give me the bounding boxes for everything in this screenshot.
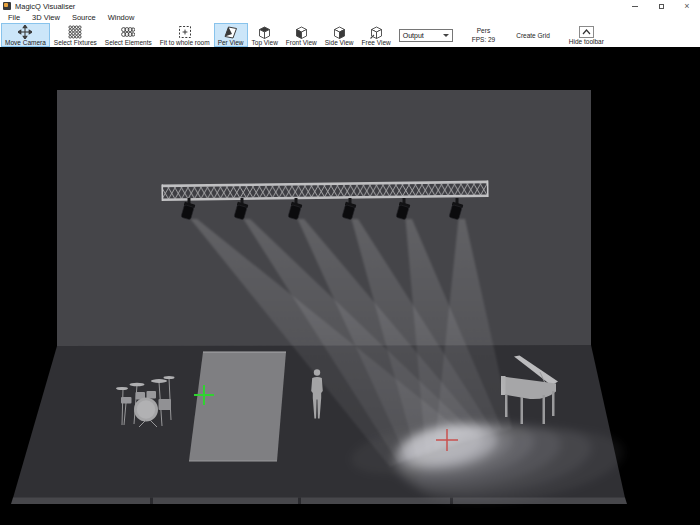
projection-mode-label: Pers [477, 26, 490, 35]
create-grid-button[interactable]: Create Grid [510, 32, 556, 39]
toolbar-button-label: Front View [286, 39, 317, 47]
hide-toolbar-label: Hide toolbar [569, 38, 604, 46]
toolbar-button-label: Select Fixtures [54, 39, 97, 47]
menu-3d-view[interactable]: 3D View [26, 12, 66, 23]
select-fixtures-icon [68, 25, 82, 39]
minimize-icon [632, 6, 638, 7]
close-icon: × [684, 2, 689, 11]
menu-source[interactable]: Source [66, 12, 102, 23]
menu-window[interactable]: Window [102, 12, 141, 23]
window-controls: × [622, 0, 700, 12]
stage-edge-gap [150, 498, 153, 505]
stage-edge-gap [298, 498, 301, 505]
stage-riser-mat[interactable] [189, 352, 286, 461]
top-view-cube-icon [257, 25, 272, 39]
free-view-cube-icon [369, 25, 384, 39]
output-select-value: Output [403, 32, 424, 39]
front-view-cube-icon [294, 25, 309, 39]
toolbar: Move Camera Select Fixtures Select E [0, 23, 700, 47]
stage-scene [0, 47, 700, 525]
per-view-button[interactable]: Per View [214, 23, 248, 47]
move-camera-button[interactable]: Move Camera [1, 23, 50, 47]
fit-to-whole-room-button[interactable]: Fit to whole room [156, 23, 214, 47]
toolbar-button-label: Per View [218, 39, 244, 47]
app-logo-icon [3, 2, 11, 10]
toolbar-button-label: Fit to whole room [160, 39, 210, 47]
hide-toolbar-button[interactable]: Hide toolbar [565, 25, 608, 46]
fps-value: FPS: 29 [472, 35, 495, 44]
select-elements-button[interactable]: Select Elements [101, 23, 156, 47]
toolbar-button-label: Side View [325, 39, 354, 47]
3d-viewport[interactable] [0, 47, 700, 525]
toolbar-button-label: Top View [252, 39, 278, 47]
minimize-button[interactable] [622, 0, 648, 12]
top-view-button[interactable]: Top View [248, 23, 282, 47]
move-camera-icon [18, 25, 32, 39]
select-fixtures-button[interactable]: Select Fixtures [50, 23, 101, 47]
side-view-button[interactable]: Side View [321, 23, 358, 47]
maximize-button[interactable] [648, 0, 674, 12]
free-view-button[interactable]: Free View [358, 23, 395, 47]
perspective-view-icon [223, 25, 238, 39]
window-title: MagicQ Visualiser [15, 2, 75, 11]
select-elements-icon [121, 25, 135, 39]
menu-bar: File 3D View Source Window [0, 12, 700, 23]
toolbar-button-label: Move Camera [5, 39, 46, 47]
maximize-icon [659, 4, 664, 9]
output-select[interactable]: Output [399, 29, 453, 42]
fps-readout: Pers FPS: 29 [466, 26, 501, 44]
chevron-down-icon [443, 34, 449, 37]
close-button[interactable]: × [674, 0, 700, 12]
toolbar-button-label: Select Elements [105, 39, 152, 47]
fit-to-room-icon [178, 25, 192, 39]
menu-file[interactable]: File [2, 12, 26, 23]
side-view-cube-icon [332, 25, 347, 39]
front-view-button[interactable]: Front View [282, 23, 321, 47]
app-window: MagicQ Visualiser × File 3D View Source … [0, 0, 700, 525]
chevron-up-icon [579, 26, 594, 38]
toolbar-button-label: Free View [362, 39, 391, 47]
stage-front-edge [11, 498, 627, 505]
title-bar: MagicQ Visualiser × [0, 0, 700, 12]
